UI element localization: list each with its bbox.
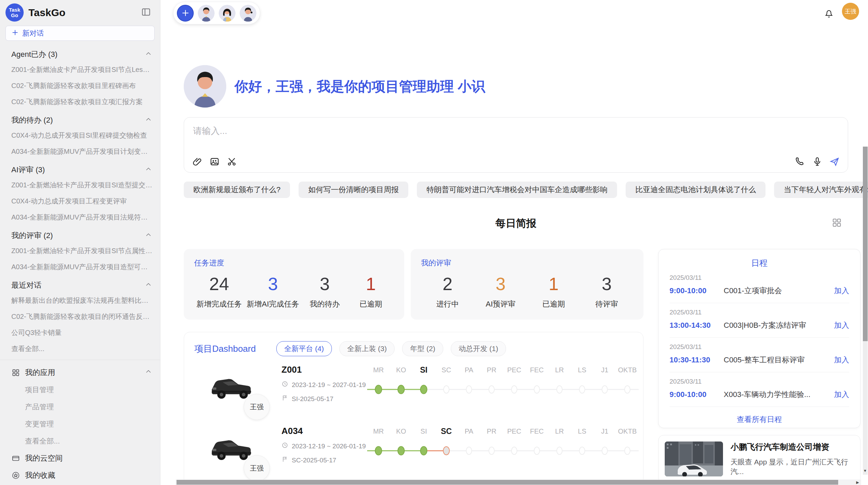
- user-avatar[interactable]: 王强: [842, 3, 859, 20]
- suggestion-chip[interactable]: 比亚迪全固态电池计划具体说了什么: [626, 182, 765, 198]
- screenshot-scissors-icon[interactable]: [227, 157, 237, 167]
- sidebar-item[interactable]: 查看全部...: [0, 341, 160, 357]
- attachment-icon[interactable]: [192, 157, 203, 167]
- event-line: 13:00-14:30C003|H0B-方案冻结评审加入: [670, 320, 849, 331]
- send-icon[interactable]: [829, 157, 840, 167]
- suggestion-chip[interactable]: 欧洲新规最近颁布了什么?: [184, 182, 290, 198]
- milestone-dot-pending: [534, 385, 540, 394]
- milestone-dot-pending: [556, 385, 563, 394]
- stat-item: 24新增完成任务: [196, 273, 242, 309]
- chevron-up-icon[interactable]: [144, 281, 153, 290]
- sidebar-item[interactable]: Z001-全新燃油轻卡产品开发项目SI节点属性5D文件评审: [0, 243, 160, 259]
- project-row[interactable]: 王强Z0012023-12-19 ~ 2027-01-19SI-2025-05-…: [194, 358, 633, 419]
- agent-avatar-2[interactable]: [219, 5, 236, 22]
- sidebar-item[interactable]: C0X4-动力总成开发项目工程变更评审: [0, 193, 160, 209]
- sidebar-section-header[interactable]: 我的待办 (2): [0, 110, 160, 127]
- milestone-track: [593, 445, 616, 457]
- milestone-label: SC: [442, 365, 451, 375]
- dashboard-filter-chip[interactable]: 全新平台 (4): [276, 341, 332, 356]
- sidebar-app-item[interactable]: 查看全部...: [0, 433, 160, 450]
- new-chat-button[interactable]: 新对话: [5, 26, 155, 41]
- horizontal-scrollbar[interactable]: ▶: [176, 480, 861, 485]
- notifications-bell-icon[interactable]: [821, 8, 836, 20]
- milestone-timeline: MRKOSISCPAPRPECFECLRLSJ1OKTB: [367, 362, 639, 419]
- sidebar-item[interactable]: C02-飞腾新能源轻客改款项目的闭环通告反馈情况: [0, 309, 160, 325]
- milestone: OKTB: [616, 426, 639, 480]
- join-meeting-link[interactable]: 加入: [834, 286, 849, 296]
- chevron-up-icon[interactable]: [144, 368, 153, 378]
- sidebar-item[interactable]: C02-飞腾新能源轻客改款项目立项汇报方案: [0, 94, 160, 110]
- layout-grid-icon[interactable]: [830, 217, 844, 229]
- join-meeting-link[interactable]: 加入: [834, 389, 849, 400]
- agent-avatar-3[interactable]: [240, 5, 256, 22]
- milestone: LS: [571, 426, 593, 480]
- milestone-track: [571, 445, 593, 457]
- vertical-scrollbar-track[interactable]: [863, 341, 868, 475]
- milestone-dot-done: [375, 385, 382, 394]
- dashboard-filter-chip[interactable]: 动总开发 (1): [451, 341, 506, 356]
- sidebar-item[interactable]: A034-全新新能源MUV产品开发项目法规符合性评审: [0, 209, 160, 225]
- sidebar-item[interactable]: A034-全新新能源MUV产品开发项目计划变更表编写: [0, 144, 160, 160]
- milestone-track: [548, 384, 571, 395]
- milestone-track: [593, 384, 616, 395]
- sidebar-section-header[interactable]: 最近对话: [0, 275, 160, 293]
- stat-item: 2进行中: [427, 273, 468, 309]
- image-upload-icon[interactable]: [209, 157, 220, 167]
- sidebar-item-my-apps[interactable]: 我的应用: [0, 363, 160, 381]
- news-body: 小鹏飞行汽车制造公司增资 天眼查 App 显示，近日广州汇天飞行汽...: [731, 442, 854, 478]
- milestone-dot-pending: [466, 447, 472, 455]
- sidebar-section-header[interactable]: 我的评审 (2): [0, 225, 160, 243]
- news-card[interactable]: 小鹏飞行汽车制造公司增资 天眼查 App 显示，近日广州汇天飞行汽...: [658, 435, 860, 485]
- stat-item: 1已逾期: [533, 273, 574, 309]
- microphone-icon[interactable]: [812, 157, 822, 167]
- sidebar-collapse-icon[interactable]: [141, 7, 151, 18]
- sidebar-app-item[interactable]: 产品管理: [0, 398, 160, 415]
- vertical-scrollbar[interactable]: ▼: [863, 0, 868, 485]
- suggestion-chip[interactable]: 如何写一份清晰的项目周报: [299, 182, 408, 198]
- stat-label: 已逾期: [350, 299, 391, 309]
- dashboard-filter-chip[interactable]: 全新上装 (3): [339, 341, 395, 356]
- sidebar-item[interactable]: 解释最新出台的欧盟报废车法规再生塑料比例被调至15%...: [0, 293, 160, 309]
- sidebar-item[interactable]: 公司Q3轻卡销量: [0, 325, 160, 341]
- suggestion-chip[interactable]: 特朗普可能对进口汽车增税会对中国车企造成哪些影响: [417, 182, 617, 198]
- sidebar-item[interactable]: C0X4-动力总成开发项目SI里程碑提交物检查: [0, 127, 160, 144]
- schedule-event: 2025/03/1113:00-14:30C003|H0B-方案冻结评审加入: [670, 303, 849, 338]
- horizontal-scrollbar-thumb[interactable]: [177, 480, 838, 485]
- sidebar-item-star[interactable]: 我的收藏: [0, 467, 160, 484]
- sidebar-item-drive[interactable]: 我的云空间: [0, 450, 160, 467]
- chevron-up-icon[interactable]: [144, 231, 153, 240]
- suggestion-chip[interactable]: 当下年轻人对汽车外观有怎样的喜好趋势: [774, 182, 868, 198]
- event-date: 2025/03/11: [670, 274, 849, 282]
- stat-card: 我的评审2进行中3AI预评审1已逾期3待评审: [411, 249, 643, 320]
- scroll-right-arrow-icon[interactable]: ▶: [856, 480, 859, 485]
- join-meeting-link[interactable]: 加入: [834, 320, 849, 331]
- milestone-track: [435, 384, 458, 395]
- chevron-up-icon[interactable]: [144, 50, 153, 59]
- stat-value: 3: [480, 273, 521, 295]
- project-row[interactable]: 王强A0342023-12-19 ~ 2026-01-19SC-2025-05-…: [194, 419, 633, 480]
- sidebar-app-item[interactable]: 项目管理: [0, 381, 160, 398]
- milestone: LR: [548, 426, 571, 480]
- view-all-schedule-link[interactable]: 查看所有日程: [670, 407, 849, 432]
- sidebar-app-item[interactable]: 变更管理: [0, 415, 160, 433]
- sidebar-section-header[interactable]: Agent已办 (3): [0, 44, 160, 62]
- add-agent-button[interactable]: [177, 5, 194, 22]
- scroll-down-arrow-icon[interactable]: ▼: [863, 469, 867, 473]
- sidebar-item[interactable]: Z001-全新燃油皮卡产品开发项目SI节点Lesson Learn报告: [0, 62, 160, 78]
- vertical-scrollbar-thumb[interactable]: [863, 147, 868, 341]
- chevron-up-icon[interactable]: [144, 115, 153, 125]
- milestone: PR: [480, 426, 503, 480]
- sidebar-section-header[interactable]: AI评审 (3): [0, 160, 160, 177]
- milestone: PA: [458, 365, 480, 419]
- join-meeting-link[interactable]: 加入: [834, 355, 849, 365]
- sidebar-item[interactable]: A034-全新新能源MUV产品开发项目造型可行性评审: [0, 259, 160, 275]
- stat-label: 进行中: [427, 299, 468, 309]
- sidebar-item[interactable]: C02-飞腾新能源轻客改款项目里程碑画布: [0, 78, 160, 94]
- chevron-up-icon[interactable]: [144, 165, 153, 175]
- agent-avatar-1[interactable]: [198, 5, 215, 22]
- sidebar-item[interactable]: Z001-全新燃油轻卡产品开发项目SI造型提交物评审: [0, 177, 160, 193]
- voice-call-icon[interactable]: [795, 157, 805, 167]
- composer-input[interactable]: 请输入...: [193, 125, 227, 137]
- dashboard-filter-chip[interactable]: 年型 (2): [402, 341, 443, 356]
- event-line: 9:00-10:00X003-车辆动力学性能验...加入: [670, 389, 849, 400]
